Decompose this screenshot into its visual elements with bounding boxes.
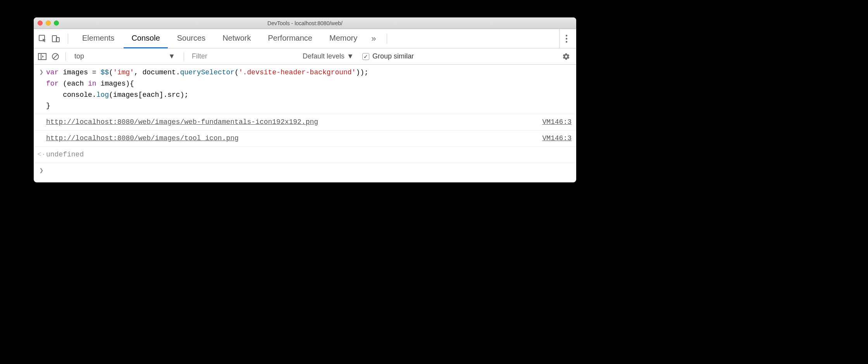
context-label: top [74, 52, 84, 60]
levels-label: Default levels [303, 52, 344, 60]
svg-point-3 [565, 34, 567, 36]
blank-gutter [37, 133, 46, 144]
checkbox-icon: ✓ [362, 53, 369, 60]
console-log-row: http://localhost:8080/web/images/web-fun… [34, 114, 576, 130]
prompt-input[interactable] [46, 165, 572, 177]
group-similar-label: Group similar [372, 52, 414, 60]
input-chevron-icon: ❯ [37, 67, 46, 112]
filter-input[interactable] [189, 51, 297, 62]
execution-context-selector[interactable]: top ▼ [71, 52, 179, 60]
prompt-chevron-icon: ❯ [37, 165, 46, 177]
console-code[interactable]: var images = $$('img', document.querySel… [46, 67, 572, 112]
log-source-link[interactable]: VM146:3 [537, 117, 572, 128]
svg-point-4 [565, 38, 567, 39]
log-message-link[interactable]: http://localhost:8080/web/images/web-fun… [46, 118, 318, 126]
console-log-row: http://localhost:8080/web/images/tool_ic… [34, 130, 576, 147]
tab-memory[interactable]: Memory [322, 29, 365, 48]
console-input-echo: ❯ var images = $$('img', document.queryS… [34, 65, 576, 114]
separator [184, 52, 184, 61]
separator [68, 34, 68, 44]
window-title: DevTools - localhost:8080/web/ [34, 20, 576, 26]
tab-console[interactable]: Console [124, 29, 167, 48]
tab-performance[interactable]: Performance [260, 29, 320, 48]
console-prompt[interactable]: ❯ [34, 163, 576, 183]
dropdown-icon: ▼ [168, 52, 175, 60]
tab-elements[interactable]: Elements [74, 29, 122, 48]
minimize-window-button[interactable] [46, 21, 51, 26]
console-output: ❯ var images = $$('img', document.queryS… [34, 65, 576, 182]
console-return-row: <· undefined [34, 147, 576, 163]
toggle-sidebar-icon[interactable] [37, 51, 48, 62]
blank-gutter [37, 117, 46, 128]
return-value: undefined [46, 149, 572, 160]
close-window-button[interactable] [38, 21, 43, 26]
svg-point-5 [565, 41, 567, 42]
console-toolbar: top ▼ Default levels ▼ ✓ Group similar [34, 48, 576, 65]
separator [387, 34, 387, 44]
separator [65, 52, 66, 61]
return-chevron-icon: <· [37, 149, 46, 160]
clear-console-icon[interactable] [50, 51, 61, 62]
log-source-link[interactable]: VM146:3 [537, 133, 572, 144]
tab-network[interactable]: Network [215, 29, 258, 48]
group-similar-toggle[interactable]: ✓ Group similar [359, 52, 417, 60]
tabs-overflow-button[interactable]: » [367, 34, 381, 44]
log-message-link[interactable]: http://localhost:8080/web/images/tool_ic… [46, 134, 239, 142]
console-settings-icon[interactable] [559, 53, 573, 60]
svg-line-9 [53, 54, 58, 58]
tab-sources[interactable]: Sources [169, 29, 213, 48]
zoom-window-button[interactable] [54, 21, 59, 26]
device-toolbar-icon[interactable] [50, 33, 62, 45]
devtools-window: DevTools - localhost:8080/web/ Elements … [34, 17, 576, 182]
devtools-tabs: Elements Console Sources Network Perform… [34, 29, 576, 48]
settings-menu-icon[interactable] [559, 29, 573, 48]
inspect-element-icon[interactable] [37, 33, 48, 45]
dropdown-icon: ▼ [347, 52, 354, 60]
window-controls [34, 21, 59, 26]
log-levels-selector[interactable]: Default levels ▼ [300, 52, 357, 60]
titlebar[interactable]: DevTools - localhost:8080/web/ [34, 17, 576, 29]
